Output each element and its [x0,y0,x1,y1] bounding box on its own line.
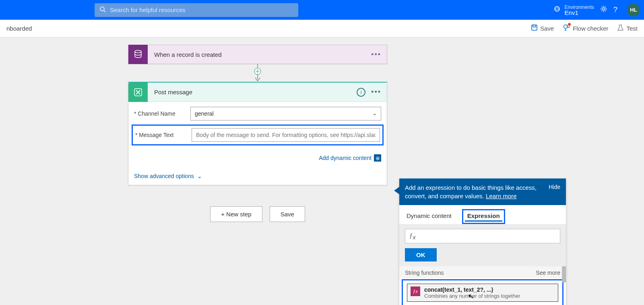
trigger-more-icon[interactable]: ••• [371,50,381,59]
flow-checker-label: Flow checker [573,25,608,32]
action-title: Post message [148,89,357,95]
toolbar: nboarded Save Flow checker Test [0,20,644,37]
add-dynamic-content-link[interactable]: Add dynamic content ⊕ [319,154,381,162]
action-card: Post message i ••• * Channel Name ⌄ * Me… [128,82,387,185]
save-flow-button[interactable]: Save [270,206,305,222]
svg-rect-5 [533,25,536,27]
expression-body: ƒx OK [399,224,566,266]
database-icon [128,45,148,64]
action-footer: Add dynamic content ⊕ Show advanced opti… [128,152,387,185]
message-label: * Message Text [135,132,192,138]
connector-arrow [128,64,387,82]
action-header[interactable]: Post message i ••• [128,83,387,102]
environment-text: Environments Env1 [565,4,594,16]
header-right: Environments Env1 ? HL [553,4,640,17]
slack-icon [128,83,148,102]
fn-signature: concat(text_1, text_2?, ...) [424,286,520,293]
expression-popout: Add an expression to do basic things lik… [399,178,566,305]
tab-expression[interactable]: Expression [462,209,505,224]
step-buttons: + New step Save [128,206,387,222]
trigger-title: When a record is created [148,51,371,58]
callout-arrow-icon [394,187,400,195]
action-more-icon[interactable]: ••• [371,88,381,96]
popout-tabs: Dynamic content Expression [399,205,566,224]
test-icon [617,24,624,33]
trigger-card[interactable]: When a record is created ••• [128,45,387,64]
section-title: String functions [405,270,444,276]
avatar[interactable]: HL [627,4,640,17]
tab-dynamic-content[interactable]: Dynamic content [405,209,453,224]
show-advanced-label: Show advanced options [134,173,194,179]
popout-header-text: Add an expression to do basic things lik… [405,184,537,199]
svg-line-1 [104,10,105,12]
fx-icon: ƒx [405,232,420,241]
function-list: String functions See more ƒx concat(text… [399,266,566,305]
ok-button[interactable]: OK [405,248,437,261]
scrollbar-thumb[interactable] [562,266,566,282]
see-more-link[interactable]: See more [536,270,560,276]
fn-concat[interactable]: ƒx concat(text_1, text_2?, ...) Combines… [402,279,564,305]
test-button[interactable]: Test [617,24,638,33]
add-dynamic-icon: ⊕ [374,154,381,162]
environment-picker[interactable]: Environments Env1 [553,4,594,16]
channel-input[interactable] [190,107,381,120]
show-advanced-link[interactable]: Show advanced options ⌄ [134,162,381,179]
environment-icon [553,5,561,15]
flow-checker-icon [563,24,570,33]
message-row-highlight: * Message Text [132,124,384,145]
fx-badge-icon: ƒx [411,286,420,296]
popout-header: Add an expression to do basic things lik… [399,178,566,205]
message-input[interactable] [192,128,380,142]
help-icon[interactable]: ? [613,6,617,14]
settings-icon[interactable] [600,5,608,15]
info-icon[interactable]: i [357,88,365,97]
new-step-button[interactable]: + New step [210,206,262,222]
alert-badge [568,23,571,26]
expression-input[interactable] [420,233,560,239]
svg-point-6 [564,25,568,28]
breadcrumb-fragment: nboarded [6,25,32,32]
fn-description: Combines any number of strings together [424,293,520,299]
save-label: Save [540,25,554,32]
test-label: Test [626,25,638,32]
channel-label: * Channel Name [134,110,190,117]
environment-name: Env1 [565,10,594,16]
expression-input-wrap[interactable]: ƒx [405,229,560,243]
svg-point-3 [603,8,605,10]
hide-popout-button[interactable]: Hide [549,183,560,200]
svg-point-0 [100,7,104,11]
add-dynamic-label: Add dynamic content [319,155,372,161]
save-button[interactable]: Save [531,24,554,33]
action-body: * Channel Name ⌄ * Message Text [128,102,387,152]
svg-point-2 [555,6,559,11]
app-header: Environments Env1 ? HL [0,0,644,20]
flow-checker-button[interactable]: Flow checker [563,24,608,33]
search-icon [99,6,106,14]
svg-point-9 [135,50,141,53]
search-input[interactable] [110,6,293,13]
svg-rect-4 [532,25,537,30]
channel-row: * Channel Name ⌄ [134,107,381,120]
flow-canvas: When a record is created ••• Post messag… [0,37,644,222]
chevron-down-icon: ⌄ [197,173,202,179]
save-icon [531,24,538,33]
learn-more-link[interactable]: Learn more [486,193,517,199]
section-string-functions: String functions See more [399,266,566,278]
search-bar[interactable] [95,3,298,17]
